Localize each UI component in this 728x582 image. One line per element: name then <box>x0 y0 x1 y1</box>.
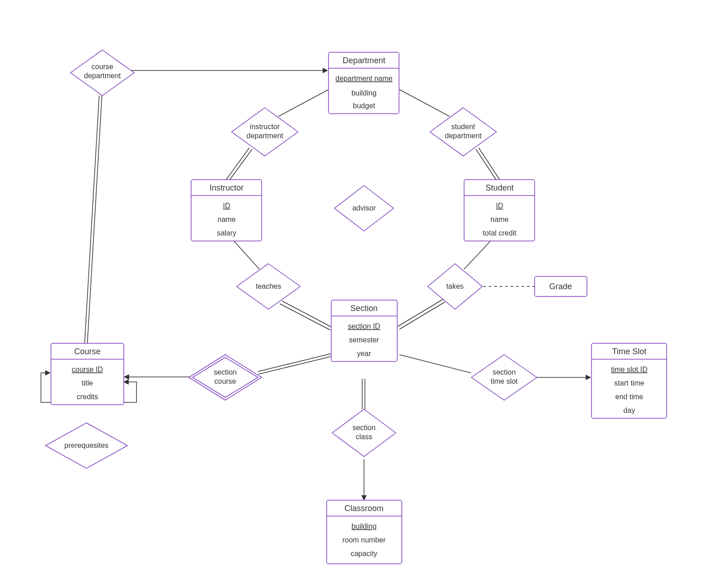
svg-text:course: course <box>214 377 236 385</box>
svg-text:end time: end time <box>615 393 643 401</box>
svg-text:section ID: section ID <box>348 322 380 330</box>
svg-text:Grade: Grade <box>549 282 572 291</box>
svg-text:total credit: total credit <box>483 229 516 237</box>
entity-classroom: Classroom building room number capacity <box>327 500 402 564</box>
entity-department: Department department name building budg… <box>329 52 399 114</box>
svg-text:section: section <box>353 424 376 431</box>
edge-instrdept-instructor-a <box>226 148 249 180</box>
rel-course-department: course department <box>71 50 134 95</box>
svg-text:budget: budget <box>353 102 375 110</box>
entity-section: Section section ID semester year <box>331 300 397 361</box>
svg-text:time slot: time slot <box>490 377 518 385</box>
svg-text:ID: ID <box>496 202 503 210</box>
rel-advisor: advisor <box>334 186 394 231</box>
edge-teaches-section-b <box>280 304 330 330</box>
svg-text:department name: department name <box>335 75 393 82</box>
svg-text:title: title <box>82 379 93 387</box>
rel-section-timeslot: section time slot <box>471 355 537 400</box>
svg-text:Time Slot: Time Slot <box>612 347 646 356</box>
svg-text:credits: credits <box>76 393 98 401</box>
rel-prerequisites: prerequesites <box>46 423 127 468</box>
svg-text:course: course <box>91 63 113 70</box>
entity-timeslot: Time Slot time slot ID start time end ti… <box>592 343 667 418</box>
svg-text:instructor: instructor <box>250 123 280 130</box>
svg-text:name: name <box>490 216 509 223</box>
svg-text:building: building <box>351 89 376 97</box>
svg-text:class: class <box>356 433 372 441</box>
svg-text:year: year <box>357 350 371 357</box>
svg-text:student: student <box>451 123 475 130</box>
edge-coursedept-course-b <box>87 95 102 343</box>
edge-seccourse-section-b <box>258 356 331 374</box>
svg-text:start time: start time <box>614 379 644 387</box>
svg-text:department: department <box>445 132 482 140</box>
svg-text:day: day <box>623 406 635 414</box>
svg-text:building: building <box>351 522 376 530</box>
svg-text:room number: room number <box>342 536 386 544</box>
edge-studdept-department <box>394 86 450 116</box>
rel-student-department: student department <box>430 108 496 156</box>
rel-section-class: section class <box>332 409 396 457</box>
svg-text:section: section <box>493 368 516 376</box>
svg-text:capacity: capacity <box>351 550 378 557</box>
svg-text:Student: Student <box>485 183 514 192</box>
entity-grade: Grade <box>535 276 587 296</box>
edge-studdept-student-a <box>479 148 500 180</box>
svg-text:time slot ID: time slot ID <box>611 366 647 373</box>
edge-sectime-section <box>399 355 471 373</box>
svg-text:Department: Department <box>343 56 385 65</box>
svg-text:department: department <box>84 72 121 80</box>
entity-student: Student ID name total credit <box>464 180 535 241</box>
svg-text:Section: Section <box>350 304 378 313</box>
svg-text:ID: ID <box>223 202 230 210</box>
svg-text:advisor: advisor <box>352 204 376 212</box>
rel-teaches: teaches <box>237 264 300 309</box>
entity-instructor: Instructor ID name salary <box>191 180 262 241</box>
edge-takes-section-a <box>398 299 443 326</box>
edge-studdept-student-b <box>476 149 497 181</box>
svg-text:department: department <box>247 132 283 140</box>
svg-text:takes: takes <box>446 282 464 290</box>
edge-coursedept-course-a <box>85 95 99 343</box>
edge-takes-student <box>464 241 490 269</box>
edge-instrdept-instructor-b <box>229 149 252 181</box>
svg-text:name: name <box>217 216 236 223</box>
rel-section-course: section course <box>189 355 262 400</box>
svg-text:section: section <box>214 368 237 376</box>
edge-seccourse-section-a <box>258 354 331 371</box>
edge-teaches-instructor <box>234 241 259 269</box>
rel-instructor-department: instructor department <box>232 108 298 156</box>
edge-takes-section-b <box>399 302 445 329</box>
svg-text:course ID: course ID <box>72 366 103 373</box>
svg-text:semester: semester <box>349 336 379 344</box>
svg-text:salary: salary <box>217 229 237 237</box>
er-diagram: course department instructor department … <box>0 0 728 582</box>
svg-text:Course: Course <box>74 347 101 356</box>
edge-instrdept-department <box>278 86 334 116</box>
svg-text:Classroom: Classroom <box>344 504 384 513</box>
edge-teaches-section-a <box>282 301 332 327</box>
entity-course: Course course ID title credits <box>51 343 124 405</box>
svg-text:teaches: teaches <box>256 282 281 290</box>
svg-text:prerequesites: prerequesites <box>65 442 109 449</box>
rel-takes: takes <box>428 264 482 309</box>
svg-text:Instructor: Instructor <box>209 183 243 192</box>
